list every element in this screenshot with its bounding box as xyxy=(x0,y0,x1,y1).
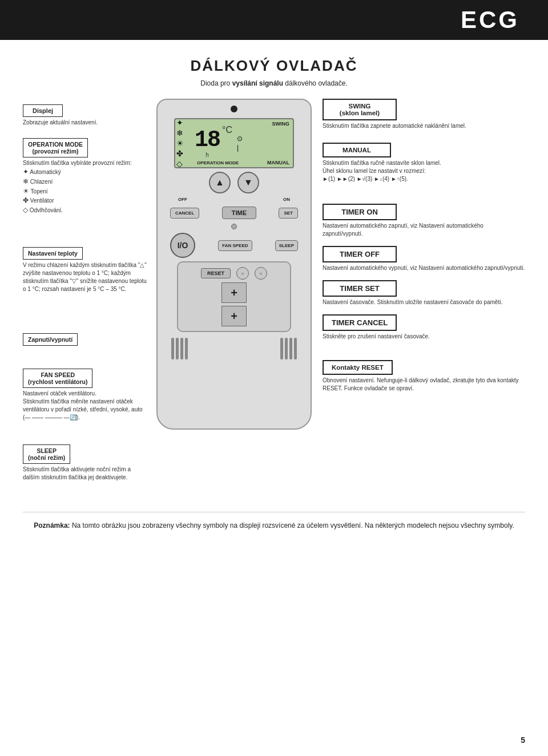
timer-on-section: TIMER ON Nastavení automatického zapnutí… xyxy=(323,204,525,238)
main-layout: Displej Zobrazuje aktuální nastavení. OP… xyxy=(23,99,525,498)
header-bar: ECG xyxy=(0,0,548,40)
reset-button[interactable]: RESET xyxy=(201,268,231,278)
temp-down-button[interactable]: ▼ xyxy=(237,172,259,193)
reset-top-row: RESET ○ ○ xyxy=(201,267,267,280)
footnote: Poznámka: Na tomto obrázku jsou zobrazen… xyxy=(23,512,525,531)
remote-column: ✦ ❄ ☀ ✤ ◇ 18 h °C xyxy=(148,99,320,498)
temp-button-row: ▲ ▼ xyxy=(166,172,303,193)
timer-icon: ⊙ xyxy=(237,135,243,143)
timer-off-on-labels: OFF ON xyxy=(166,197,303,202)
lcd-temp-display: 18 xyxy=(195,129,220,152)
manual-desc: Stisknutím tlačítka ručně nastavíte sklo… xyxy=(323,159,525,183)
swing-section: SWING (sklon lamel) Stisknutím tlačítka … xyxy=(323,99,525,130)
reset-dot-1: ○ xyxy=(236,267,249,280)
timer-cancel-label-box: TIMER CANCEL xyxy=(323,314,397,331)
lcd-h-label: h xyxy=(206,152,209,158)
grille-bar xyxy=(171,338,174,359)
grille-bar xyxy=(280,338,283,359)
displej-desc: Zobrazuje aktuální nastavení. xyxy=(23,119,148,127)
lcd-symbols-left: ✦ ❄ ☀ ✤ ◇ xyxy=(176,118,192,168)
lcd-operation-mode-label: OPERATION MODE xyxy=(197,160,239,165)
right-grille xyxy=(280,338,297,359)
right-column: SWING (sklon lamel) Stisknutím tlačítka … xyxy=(320,99,525,498)
fan-speed-label-box: FAN SPEED (rychlost ventilátoru) xyxy=(23,369,92,388)
indicator-dot xyxy=(231,224,237,229)
lcd-screen: ✦ ❄ ☀ ✤ ◇ 18 h °C xyxy=(174,118,294,168)
timer-cancel-desc: Stiskněte pro zrušení nastavení časovače… xyxy=(323,333,525,341)
grille-bar xyxy=(285,338,288,359)
mode-heat-icon: ☀ xyxy=(176,139,192,148)
speaker-grilles xyxy=(166,335,303,362)
kontakty-reset-label-box: Kontakty RESET xyxy=(323,360,393,375)
lcd-content: ✦ ❄ ☀ ✤ ◇ 18 h °C xyxy=(175,119,293,167)
kontakty-reset-desc: Obnovení nastavení. Nefunguje-li dálkový… xyxy=(323,377,525,393)
sleep-section: SLEEP (noční režim) Stisknutím tlačítka … xyxy=(23,444,148,482)
operation-mode-desc: Stisknutím tlačítka vybíráte provozní re… xyxy=(23,159,148,215)
lcd-degree-symbol: °C xyxy=(222,125,232,135)
manual-label-box: MANUAL xyxy=(323,143,391,157)
grille-bar xyxy=(180,338,183,359)
power-button[interactable]: I/O xyxy=(170,233,195,258)
timer-cancel-section: TIMER CANCEL Stiskněte pro zrušení nasta… xyxy=(323,314,525,341)
power-row: I/O FAN SPEED SLEEP xyxy=(166,233,303,258)
plus-button-1[interactable]: + xyxy=(221,282,247,303)
nastaveni-teploty-desc: V režimu chlazení každým stisknutím tlač… xyxy=(23,261,148,293)
operation-mode-label-box: OPERATION MODE (provozní režim) xyxy=(23,138,88,157)
mode-auto-icon: ✦ xyxy=(176,118,192,127)
temp-up-button[interactable]: ▲ xyxy=(209,172,231,193)
timer-cancel-button[interactable]: CANCEL xyxy=(170,208,199,219)
lcd-symbols-right: ⊙ | xyxy=(237,135,243,152)
zapnuti-vypnuti-label-box: Zapnutí/vypnutí xyxy=(23,333,78,346)
nastaveni-teploty-section: Nastavení teploty V režimu chlazení každ… xyxy=(23,247,148,293)
displej-section: Displej Zobrazuje aktuální nastavení. xyxy=(23,104,148,127)
timer-on-label-box: TIMER ON xyxy=(323,204,397,220)
manual-section: MANUAL Stisknutím tlačítka ručně nastaví… xyxy=(323,143,525,183)
time-display: TIME xyxy=(222,207,256,219)
reset-dot-2: ○ xyxy=(255,267,267,280)
fan-speed-section: FAN SPEED (rychlost ventilátoru) Nastave… xyxy=(23,369,148,422)
swing-desc: Stisknutím tlačítka zapnete automatické … xyxy=(323,122,525,130)
operation-mode-section: OPERATION MODE (provozní režim) Stisknut… xyxy=(23,138,148,215)
remote-control: ✦ ❄ ☀ ✤ ◇ 18 h °C xyxy=(156,99,312,430)
sleep-icon: | xyxy=(237,144,243,152)
page-title: DÁLKOVÝ OVLADAČ xyxy=(23,57,525,75)
left-grille xyxy=(171,338,188,359)
sleep-label-box: SLEEP (noční režim) xyxy=(23,444,70,464)
lcd-swing-label: SWING xyxy=(272,121,290,127)
grille-bar xyxy=(176,338,179,359)
swing-label-box: SWING (sklon lamel) xyxy=(323,99,397,120)
off-label: OFF xyxy=(178,197,187,202)
grille-bar xyxy=(185,338,188,359)
timer-set-section: TIMER SET Nastavení časovače. Stisknutím… xyxy=(323,280,525,306)
footnote-text: Na tomto obrázku jsou zobrazeny všechny … xyxy=(70,521,514,529)
mode-cool-icon: ❄ xyxy=(176,128,192,138)
ir-emitter xyxy=(231,106,237,112)
timer-off-label-box: TIMER OFF xyxy=(323,246,397,262)
timer-off-section: TIMER OFF Nastavení automatického vypnut… xyxy=(323,246,525,272)
grille-bar xyxy=(289,338,292,359)
fan-speed-button[interactable]: FAN SPEED xyxy=(218,240,252,251)
zapnuti-vypnuti-section: Zapnutí/vypnutí xyxy=(23,333,148,346)
ecg-logo: ECG xyxy=(461,6,519,34)
mode-fan-icon: ✤ xyxy=(176,149,192,158)
sleep-button[interactable]: SLEEP xyxy=(275,240,298,251)
lcd-manual-label: MANUAL xyxy=(267,160,289,165)
kontakty-reset-section: Kontakty RESET Obnovení nastavení. Nefun… xyxy=(323,360,525,393)
nastaveni-teploty-label-box: Nastavení teploty xyxy=(23,247,83,260)
fan-speed-desc: Nastavení otáček ventilátoru. Stisknutím… xyxy=(23,390,148,422)
timer-on-desc: Nastavení automatického zapnutí, viz Nas… xyxy=(323,222,525,238)
displej-label-box: Displej xyxy=(23,104,63,117)
timer-set-label-box: TIMER SET xyxy=(323,280,397,297)
on-label: ON xyxy=(283,197,290,202)
mode-dry-icon: ◇ xyxy=(176,159,192,168)
left-column: Displej Zobrazuje aktuální nastavení. OP… xyxy=(23,99,148,498)
page-number: 5 xyxy=(521,735,525,745)
dioda-description: Dioda pro vysílání signálu dálkového ovl… xyxy=(23,79,525,87)
timer-buttons-row: CANCEL TIME SET xyxy=(166,207,303,219)
timer-off-desc: Nastavení automatického vypnutí, viz Nas… xyxy=(323,264,525,272)
sleep-desc: Stisknutím tlačítka aktivujete noční rež… xyxy=(23,466,148,482)
footnote-bold: Poznámka: xyxy=(34,521,70,529)
plus-button-2[interactable]: + xyxy=(221,306,247,326)
timer-set-button[interactable]: SET xyxy=(279,208,298,219)
reset-panel: RESET ○ ○ + + xyxy=(177,261,291,332)
